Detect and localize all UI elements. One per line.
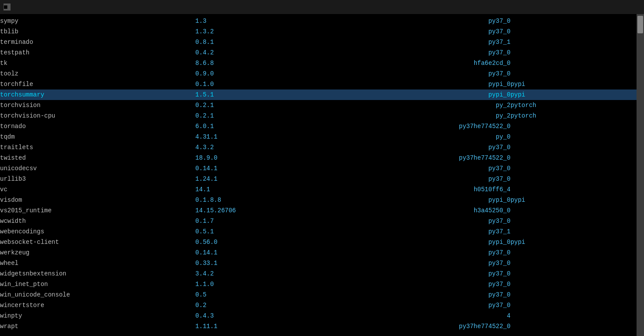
table-row: twisted 18.9.0 py37he774522_0 [0,153,637,163]
title-bar-controls [600,1,640,13]
pkg-build: py37_0 [322,16,511,26]
table-row: torchsummary 1.5.1 pypi_0 pypi [0,89,637,100]
pkg-name: wrapt [0,321,195,332]
pkg-build: py_2 [322,111,511,121]
table-row: testpath 0.4.2 py37_0 [0,47,637,58]
terminal-output[interactable]: sympy 1.3 py37_0 tblib 1.3.2 py37_0 term… [0,14,637,336]
pkg-name: vc [0,184,195,195]
pkg-version: 6.0.1 [195,121,321,132]
pkg-channel [511,205,637,216]
pkg-build: py37he774522_0 [322,321,511,332]
title-bar: ■ [0,0,644,14]
pkg-version: 0.4.3 [195,311,321,321]
package-table: sympy 1.3 py37_0 tblib 1.3.2 py37_0 term… [0,16,637,332]
pkg-build: py37_0 [322,163,511,174]
table-row: visdom 0.1.8.8 pypi_0 pypi [0,195,637,205]
pkg-name: widgetsnbextension [0,268,195,279]
window-icon: ■ [4,4,11,11]
scrollbar-thumb[interactable] [637,16,643,33]
pkg-channel [511,268,637,279]
pkg-channel [511,142,637,153]
table-row: vc 14.1 h0510ff6_4 [0,184,637,195]
pkg-channel [511,121,637,132]
pkg-build: hfa6e2cd_0 [322,58,511,68]
restore-button[interactable] [614,1,626,13]
pkg-build: py_0 [322,132,511,142]
table-row: widgetsnbextension 3.4.2 py37_0 [0,268,637,279]
pkg-build: py37_0 [322,258,511,268]
pkg-version: 4.31.1 [195,132,321,142]
pkg-name: winpty [0,311,195,321]
table-row: urllib3 1.24.1 py37_0 [0,174,637,184]
pkg-version: 0.5.1 [195,226,321,237]
pkg-version: 0.2.1 [195,111,321,121]
pkg-name: tqdm [0,132,195,142]
pkg-channel [511,290,637,300]
table-row: tornado 6.0.1 py37he774522_0 [0,121,637,132]
pkg-build: py_2 [322,100,511,111]
pkg-version: 0.33.1 [195,258,321,268]
scrollbar[interactable] [637,14,644,336]
pkg-name: urllib3 [0,174,195,184]
pkg-channel: pypi [511,79,637,89]
pkg-channel [511,153,637,163]
pkg-build: pypi_0 [322,237,511,247]
table-row: toolz 0.9.0 py37_0 [0,68,637,79]
pkg-channel: pypi [511,89,637,100]
pkg-version: 0.2 [195,300,321,311]
pkg-build: py37_0 [322,247,511,258]
pkg-build: py37_0 [322,68,511,79]
pkg-channel [511,216,637,226]
pkg-name: torchvision-cpu [0,111,195,121]
pkg-version: 0.14.1 [195,163,321,174]
pkg-channel [511,58,637,68]
pkg-build: py37_1 [322,226,511,237]
pkg-name: sympy [0,16,195,26]
pkg-channel: pypi [511,195,637,205]
pkg-channel: pypi [511,237,637,247]
close-button[interactable] [628,1,640,13]
table-row: win_inet_pton 1.1.0 py37_0 [0,279,637,290]
pkg-name: testpath [0,47,195,58]
pkg-channel [511,226,637,237]
pkg-name: win_unicode_console [0,290,195,300]
pkg-name: visdom [0,195,195,205]
pkg-channel [511,279,637,290]
pkg-version: 1.11.1 [195,321,321,332]
pkg-build: py37_0 [322,268,511,279]
table-row: torchvision-cpu 0.2.1 py_2 pytorch [0,111,637,121]
table-row: tqdm 4.31.1 py_0 [0,132,637,142]
pkg-version: 14.15.26706 [195,205,321,216]
pkg-build: 4 [322,311,511,321]
pkg-channel [511,26,637,37]
pkg-channel [511,174,637,184]
pkg-build: h0510ff6_4 [322,184,511,195]
pkg-name: tk [0,58,195,68]
pkg-version: 1.3 [195,16,321,26]
pkg-name: webencodings [0,226,195,237]
pkg-build: py37_0 [322,279,511,290]
table-row: tk 8.6.8 hfa6e2cd_0 [0,58,637,68]
table-row: sympy 1.3 py37_0 [0,16,637,26]
table-row: win_unicode_console 0.5 py37_0 [0,290,637,300]
pkg-channel [511,247,637,258]
pkg-version: 0.5 [195,290,321,300]
table-row: wheel 0.33.1 py37_0 [0,258,637,268]
pkg-version: 18.9.0 [195,153,321,163]
pkg-build: py37_0 [322,300,511,311]
pkg-build: h3a45250_0 [322,205,511,216]
pkg-name: terminado [0,37,195,47]
minimize-button[interactable] [600,1,612,13]
pkg-version: 1.1.0 [195,279,321,290]
pkg-build: py37_0 [322,216,511,226]
pkg-version: 8.6.8 [195,58,321,68]
pkg-build: pypi_0 [322,89,511,100]
pkg-build: py37_0 [322,26,511,37]
anaconda-prompt-window: ■ sympy 1.3 py37_0 tblib 1.3.2 py37_0 te… [0,0,644,336]
pkg-channel [511,321,637,332]
table-row: winpty 0.4.3 4 [0,311,637,321]
pkg-build: py37he774522_0 [322,121,511,132]
pkg-build: py37_0 [322,290,511,300]
pkg-name: wheel [0,258,195,268]
content-area: sympy 1.3 py37_0 tblib 1.3.2 py37_0 term… [0,14,644,336]
